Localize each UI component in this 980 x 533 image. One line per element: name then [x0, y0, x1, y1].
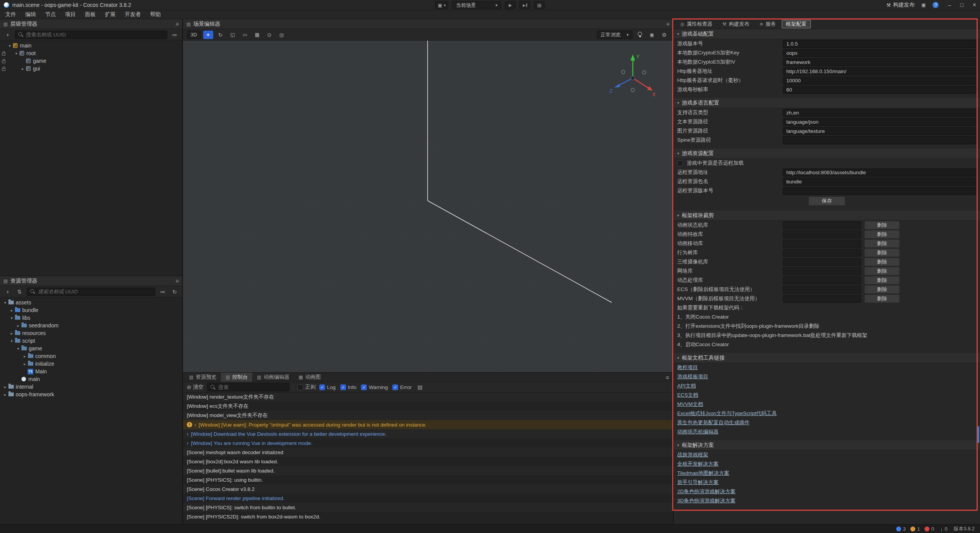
expand-arrow-icon[interactable]: › — [187, 431, 189, 437]
property-input[interactable] — [783, 40, 976, 48]
download-counter[interactable]: 0 — [940, 526, 947, 532]
assets-search-input[interactable] — [38, 289, 152, 294]
property-input[interactable] — [783, 109, 976, 117]
delete-button[interactable]: 删除 — [864, 239, 900, 248]
doc-link[interactable]: 2D角色扮演游戏解决方案 — [674, 487, 739, 496]
scene-light-toggle[interactable] — [635, 31, 645, 39]
chevron-down-icon[interactable]: ▾ — [7, 44, 13, 48]
view-mode-select[interactable]: 正常浏览 — [597, 31, 632, 39]
delete-button[interactable]: 删除 — [864, 258, 900, 266]
log-row[interactable]: [Scene] [bullet]:bullet wasm lib loaded. — [183, 466, 673, 475]
maximize-button[interactable] — [960, 2, 963, 8]
clear-console-button[interactable]: 清空 — [187, 384, 203, 391]
asset-node[interactable]: ▸seedrandom — [0, 322, 182, 329]
asset-node[interactable]: ▸internal — [0, 383, 182, 391]
console-tab-anim-graph[interactable]: ▦动画图 — [294, 373, 325, 382]
panel-menu-icon[interactable] — [666, 373, 673, 382]
camera-settings-button[interactable] — [647, 31, 657, 39]
chevron-down-icon[interactable]: ▾ — [15, 347, 21, 351]
expand-arrow-icon[interactable]: › — [187, 440, 189, 446]
console-search-input[interactable] — [218, 384, 286, 390]
delete-button[interactable]: 删除 — [864, 221, 900, 229]
lock-icon[interactable] — [0, 59, 7, 63]
asset-node[interactable]: Main — [0, 368, 182, 375]
menu-item[interactable]: 扩展 — [100, 10, 120, 19]
property-input[interactable] — [783, 67, 976, 75]
menu-item[interactable]: 面板 — [80, 10, 100, 19]
remote-load-checkbox[interactable] — [677, 160, 683, 166]
asset-node[interactable]: ▾game — [0, 345, 182, 352]
log-row[interactable]: [Scene] [PHYSICS]: using builtin. — [183, 475, 673, 484]
log-filter-warning[interactable]: Warning — [361, 384, 388, 390]
log-row[interactable]: [Scene] [PHYSICS]: switch from builtin t… — [183, 503, 673, 512]
checkbox-icon[interactable] — [340, 384, 346, 390]
refresh-assets-button[interactable] — [170, 288, 179, 296]
build-publish-button[interactable]: 构建发布 — [886, 2, 915, 8]
log-row[interactable]: ›[Window] Download the Vue Devtools exte… — [183, 429, 673, 438]
ui-tool-button[interactable] — [252, 31, 262, 39]
logs-counter[interactable]: 3 — [896, 526, 906, 532]
coordinate-toggle-button[interactable] — [277, 31, 287, 39]
doc-link[interactable]: MVVM文档 — [674, 400, 707, 409]
asset-node[interactable]: ▸resources — [0, 329, 182, 337]
hierarchy-node[interactable]: game — [0, 57, 182, 65]
axis-gizmo[interactable]: Y X Z — [608, 51, 658, 101]
delete-button[interactable]: 删除 — [864, 276, 900, 284]
log-filter-info[interactable]: Info — [340, 384, 357, 390]
inspector-tab-framework-config[interactable]: 框架配置 — [782, 20, 811, 28]
doc-link[interactable]: 游戏模板项目 — [674, 372, 712, 381]
create-asset-button[interactable] — [3, 288, 12, 296]
section-header[interactable]: ▾框架解决方案 — [674, 440, 980, 450]
section-header[interactable]: ▾框架文档工具链接 — [674, 353, 980, 363]
doc-link[interactable]: 战旗游戏框架 — [674, 450, 712, 459]
rotate-tool-button[interactable] — [216, 31, 225, 39]
console-tab-console[interactable]: ▥控制台 — [221, 373, 252, 382]
chevron-down-icon[interactable]: ▾ — [9, 316, 15, 320]
asset-node[interactable]: ▸bundle — [0, 306, 182, 314]
hierarchy-node[interactable]: ▾main — [0, 42, 182, 49]
chevron-down-icon[interactable]: ▾ — [9, 339, 15, 343]
section-header[interactable]: ▾游戏多语言配置 — [674, 98, 980, 108]
menu-item[interactable]: 帮助 — [145, 10, 165, 19]
asset-node[interactable]: ▾script — [0, 337, 182, 345]
close-button[interactable] — [973, 2, 976, 8]
section-header[interactable]: ▾游戏基础配置 — [674, 29, 980, 39]
lock-icon[interactable] — [0, 51, 7, 56]
warnings-counter[interactable]: 1 — [910, 526, 920, 532]
log-row[interactable]: [Scene] [PHYSICS2D]: switch from box2d-w… — [183, 512, 673, 521]
doc-link[interactable]: Excel格式转Json文件与TypeScript代码工具 — [674, 409, 780, 418]
log-row[interactable]: [Scene] Forward render pipeline initiali… — [183, 494, 673, 503]
chevron-right-icon[interactable]: ▸ — [22, 362, 28, 366]
doc-link[interactable]: ECS文档 — [674, 391, 702, 400]
inspector-scrollbar-thumb[interactable] — [977, 426, 979, 443]
log-row[interactable]: [Window] render_texture文件夹不存在 — [183, 392, 673, 402]
log-row[interactable]: ›[Window] You are running Vue in develop… — [183, 438, 673, 448]
menu-item[interactable]: 编辑 — [21, 10, 41, 19]
log-row[interactable]: [Scene] Cocos Creator v3.8.2 — [183, 484, 673, 494]
scale-tool-button[interactable] — [228, 31, 238, 39]
hierarchy-node[interactable]: ▸gui — [0, 65, 182, 72]
hierarchy-node[interactable]: ▾root — [0, 49, 182, 57]
property-input[interactable] — [783, 178, 976, 186]
menu-item[interactable]: 文件 — [1, 10, 21, 19]
checkbox-icon[interactable] — [361, 384, 367, 390]
doc-link[interactable]: Tiledmap地图解决方案 — [674, 469, 733, 478]
chevron-right-icon[interactable]: ▸ — [2, 392, 8, 397]
assets-filter-button[interactable] — [158, 288, 167, 296]
delete-button[interactable]: 删除 — [864, 230, 900, 239]
delete-button[interactable]: 删除 — [864, 267, 900, 275]
hierarchy-search[interactable] — [15, 31, 167, 39]
doc-link[interactable]: 原生包热更新配置自动生成插件 — [674, 418, 753, 427]
log-row[interactable]: [Window] model_view文件夹不存在 — [183, 411, 673, 420]
doc-link[interactable]: 全栈开发解决方案 — [674, 459, 722, 469]
log-row[interactable]: [Window] ecs文件夹不存在 — [183, 402, 673, 411]
scene-select[interactable]: 当前场景 — [452, 1, 501, 9]
inspector-tab-build[interactable]: ⚒构建发布 — [718, 20, 754, 28]
chevron-down-icon[interactable]: ▾ — [2, 301, 8, 305]
inspector-tab-inspector[interactable]: ◎属性检查器 — [676, 20, 717, 28]
doc-link[interactable]: API文档 — [674, 381, 699, 391]
assets-search[interactable] — [27, 288, 155, 296]
regex-toggle[interactable]: 正则 — [297, 384, 315, 391]
delete-button[interactable]: 删除 — [864, 249, 900, 257]
menu-item[interactable]: 节点 — [41, 10, 60, 19]
